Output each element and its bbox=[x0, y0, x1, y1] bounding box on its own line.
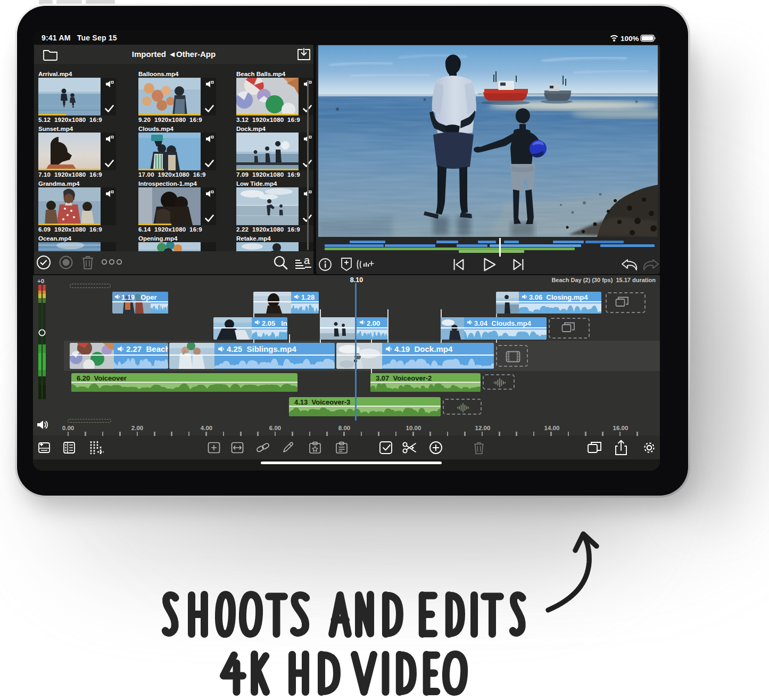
svg-text:a: a bbox=[304, 254, 310, 266]
svg-text:100%: 100% bbox=[621, 35, 639, 43]
